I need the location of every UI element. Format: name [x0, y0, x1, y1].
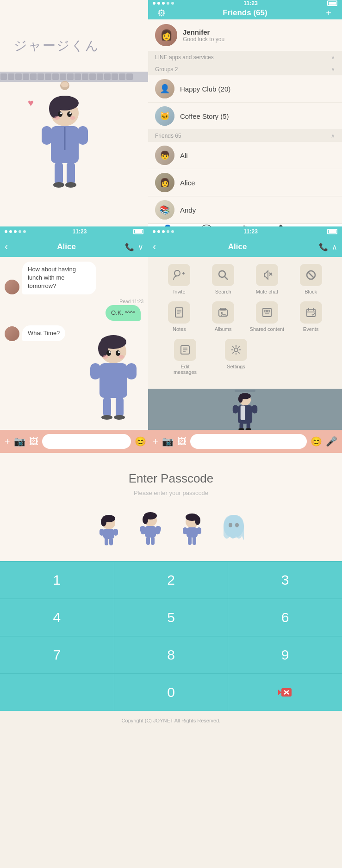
signal-dot: [153, 230, 155, 233]
menu-chevron-up-icon[interactable]: ∧: [332, 243, 337, 251]
menu-camera-icon[interactable]: 📷: [162, 436, 174, 447]
plus-icon[interactable]: +: [5, 436, 10, 447]
svg-rect-74: [103, 529, 114, 539]
svg-rect-13: [55, 162, 63, 185]
chevron-down-icon[interactable]: ∨: [138, 243, 143, 251]
settings-icon[interactable]: ⚙: [155, 6, 168, 19]
key-0[interactable]: 0: [114, 674, 229, 711]
chat-battery-icon: [133, 229, 143, 234]
edit-messages-icon: [174, 339, 196, 361]
zipper-tooth: [126, 73, 133, 80]
chevron-up-icon-2: ∧: [331, 133, 335, 139]
add-friend-icon[interactable]: +: [322, 6, 335, 19]
chat-signal-dots: [5, 230, 26, 233]
passcode-char-svg-2: [137, 510, 164, 547]
camera-icon[interactable]: 📷: [14, 436, 25, 447]
chat-status-time: 11:23: [73, 228, 87, 235]
key-8[interactable]: 8: [114, 636, 229, 673]
svg-rect-92: [197, 527, 201, 534]
line-apps-section-header[interactable]: LINE apps and services ∨: [148, 51, 342, 63]
notes-icon: [168, 301, 190, 324]
edit-messages-menu-item[interactable]: Editmessages: [167, 339, 204, 375]
invite-menu-item[interactable]: Invite: [161, 264, 198, 294]
friends-panel: 11:23 ⚙ Friends (65) + 👩 Jennifer Good l…: [148, 0, 342, 226]
svg-rect-90: [187, 527, 198, 538]
heart-decoration: ♥: [28, 97, 34, 109]
search-menu-item[interactable]: Search: [205, 264, 242, 294]
menu-phone-icon[interactable]: 📞: [319, 243, 328, 251]
msg-bubble-received: How about having lunch with me tomorrow?: [22, 262, 96, 294]
zipper-tooth: [15, 73, 22, 80]
status-time: 11:23: [243, 0, 258, 6]
menu-image-icon[interactable]: 🖼: [177, 436, 187, 447]
svg-rect-94: [193, 537, 196, 545]
svg-point-81: [143, 515, 148, 524]
emoji-icon[interactable]: 😊: [135, 436, 146, 447]
friends-65-section-header[interactable]: Friends 65 ∧: [148, 130, 342, 142]
phone-icon[interactable]: 📞: [125, 243, 134, 251]
albums-label: Albums: [215, 326, 232, 332]
passcode-subtitle: Please enter your passcode: [134, 489, 208, 496]
settings-label: Settings: [227, 364, 245, 369]
svg-point-97: [235, 523, 239, 527]
ali-item[interactable]: 👦 Ali: [148, 142, 342, 169]
key-delete[interactable]: [228, 674, 342, 711]
zipper-tooth: [97, 73, 103, 80]
settings-menu-item[interactable]: Settings: [218, 339, 255, 375]
albums-menu-item[interactable]: Albums: [205, 301, 242, 332]
passcode-characters: [95, 510, 248, 547]
andy-item[interactable]: 📚 Andy: [148, 196, 342, 224]
coffee-story-item[interactable]: 🐱 Coffee Story (5): [148, 103, 342, 130]
key-5[interactable]: 5: [114, 599, 229, 636]
happy-club-item[interactable]: 👤 Happy Club (20): [148, 75, 342, 103]
key-2[interactable]: 2: [114, 562, 229, 599]
image-icon[interactable]: 🖼: [29, 436, 38, 447]
passcode-char-svg-1: [95, 510, 123, 547]
key-3[interactable]: 3: [228, 562, 342, 599]
ali-avatar: 👦: [155, 146, 174, 165]
svg-point-15: [53, 182, 64, 188]
menu-message-input[interactable]: [190, 434, 307, 449]
menu-status-time: 11:23: [243, 228, 258, 235]
key-6[interactable]: 6: [228, 599, 342, 636]
alice-item[interactable]: 👩 Alice: [148, 169, 342, 196]
msg-read-time: Read 11:23: [119, 299, 143, 304]
menu-mic-icon[interactable]: 🎤: [326, 436, 337, 447]
svg-rect-59: [235, 390, 255, 391]
shared-content-label: Shared content: [250, 326, 285, 332]
svg-point-4: [58, 111, 62, 117]
svg-point-7: [69, 112, 71, 114]
chat-character-figure: [83, 328, 143, 430]
shared-content-menu-item[interactable]: Shared content: [249, 301, 286, 332]
message-input[interactable]: [42, 434, 131, 449]
menu-plus-icon[interactable]: +: [153, 436, 158, 447]
events-label: Events: [303, 326, 319, 332]
svg-rect-85: [146, 537, 150, 545]
menu-emoji-icon[interactable]: 😊: [311, 436, 322, 447]
key-7[interactable]: 7: [0, 636, 114, 673]
edit-messages-label: Editmessages: [174, 364, 197, 375]
svg-rect-53: [307, 309, 315, 317]
msg-avatar-2: [5, 326, 19, 341]
andy-avatar: 📚: [155, 200, 174, 220]
signal-dot: [153, 2, 155, 5]
svg-point-24: [109, 351, 111, 353]
groups-section-header[interactable]: Groups 2 ∧: [148, 63, 342, 75]
signal-dot: [171, 230, 174, 233]
menu-row-2: Notes Albums Shared content: [157, 301, 333, 332]
mute-chat-menu-item[interactable]: Mute chat: [249, 264, 286, 294]
menu-signal-dots: [153, 230, 174, 233]
signal-dot: [19, 230, 21, 233]
menu-back-icon[interactable]: ‹: [153, 241, 156, 253]
key-1[interactable]: 1: [0, 562, 114, 599]
events-menu-item[interactable]: Events: [292, 301, 330, 332]
block-menu-item[interactable]: Block: [292, 264, 330, 294]
key-4[interactable]: 4: [0, 599, 114, 636]
key-9[interactable]: 9: [228, 636, 342, 673]
svg-line-43: [308, 272, 314, 278]
notes-menu-item[interactable]: Notes: [161, 301, 198, 332]
back-icon[interactable]: ‹: [5, 241, 8, 253]
jennifer-profile[interactable]: 👩 Jennifer Good luck to you: [148, 19, 342, 51]
svg-point-25: [118, 351, 120, 353]
andy-name: Andy: [180, 206, 196, 214]
